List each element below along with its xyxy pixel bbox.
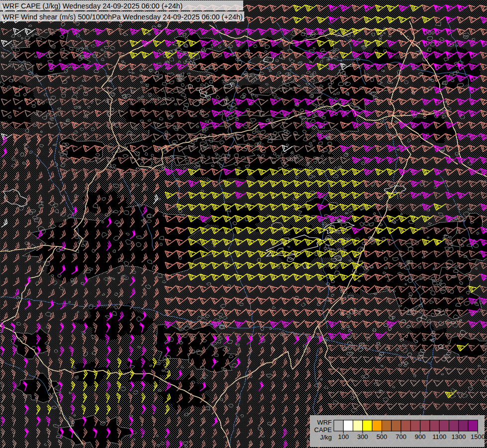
svg-text:700: 700 <box>395 433 406 441</box>
svg-text:J/kg: J/kg <box>320 434 332 441</box>
svg-text:300: 300 <box>357 433 368 441</box>
svg-text:100: 100 <box>338 433 349 441</box>
svg-text:500: 500 <box>377 433 388 441</box>
svg-text:1500: 1500 <box>471 433 485 441</box>
svg-text:WRF: WRF <box>317 419 332 426</box>
svg-text:900: 900 <box>415 433 426 441</box>
svg-text:1300: 1300 <box>451 433 466 441</box>
svg-text:CAPE: CAPE <box>314 426 332 434</box>
svg-text:WRF Wind shear (m/s) 500/1000h: WRF Wind shear (m/s) 500/1000hPa Wednesd… <box>2 13 243 21</box>
svg-text:1100: 1100 <box>432 433 446 441</box>
svg-text:WRF CAPE (J/kg) Wednesday 24-0: WRF CAPE (J/kg) Wednesday 24-09-2025 06:… <box>2 2 183 10</box>
